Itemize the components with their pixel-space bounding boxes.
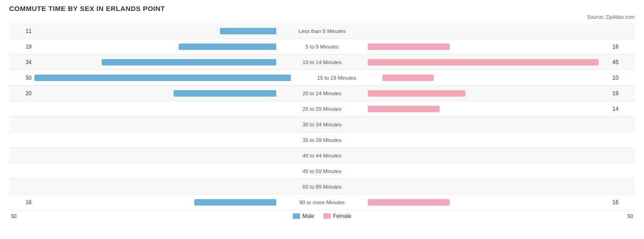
male-bar [220,28,276,34]
dual-bar-row: 20 to 24 Minutes [34,86,610,101]
right-value: 16 [610,43,635,50]
female-bar [368,90,465,97]
chart-row: 19 5 to 9 Minutes 16 [9,39,635,54]
dual-bar-row: 15 to 19 Minutes [34,70,610,85]
right-bar-section [368,132,610,147]
dual-bar-row: 90 or more Minutes [34,195,610,210]
left-bar-section [34,132,276,147]
dual-bar-row: 60 to 89 Minutes [34,179,610,194]
center-label-section: 10 to 14 Minutes [276,60,368,65]
chart-row: 34 10 to 14 Minutes 45 [9,54,635,70]
male-bar [34,75,291,81]
axis-left-label: 50 [11,213,16,219]
legend-items: Male Female [293,213,351,219]
female-label: Female [333,213,351,219]
female-bar [368,199,450,206]
left-bar-section [34,86,276,101]
left-bar-section [34,117,276,132]
right-value: 10 [610,75,635,81]
chart-row: 11 Less than 5 Minutes [9,23,635,39]
female-bar [368,106,440,112]
left-value: 16 [9,199,34,206]
right-bar-section [368,195,610,210]
female-bar [368,43,450,50]
chart-row: 20 20 to 24 Minutes 19 [9,86,635,101]
left-value: 50 [9,75,34,81]
left-value: 11 [9,28,34,34]
right-value: 19 [610,90,635,97]
center-label-section: 45 to 59 Minutes [276,168,368,174]
right-bar-section [368,163,610,179]
center-label-section: 25 to 29 Minutes [276,106,368,112]
left-bar-section [34,179,276,194]
dual-bar-row: 25 to 29 Minutes [34,101,610,116]
chart-title: COMMUTE TIME BY SEX IN ERLANDS POINT [9,5,635,12]
center-label-section: Less than 5 Minutes [276,28,368,34]
left-bar-section [34,163,276,179]
left-bar-section [34,148,276,163]
dual-bar-row: 5 to 9 Minutes [34,39,610,54]
male-bar [102,59,276,65]
chart-row: 60 to 89 Minutes [9,179,635,195]
female-bar [382,75,434,81]
center-label-section: 60 to 89 Minutes [276,184,368,190]
source-label: Source: ZipAtlas.com [9,14,635,20]
right-bar-section [368,23,610,38]
male-label: Male [302,213,314,219]
chart-row: 30 to 34 Minutes [9,117,635,132]
right-value: 45 [610,59,635,65]
dual-bar-row: Less than 5 Minutes [34,23,610,38]
dual-bar-row: 35 to 39 Minutes [34,132,610,147]
right-bar-section [368,117,610,132]
female-swatch [323,213,331,219]
dual-bar-row: 40 to 44 Minutes [34,148,610,163]
left-bar-section [34,70,291,85]
center-label-section: 35 to 39 Minutes [276,137,368,143]
male-bar [179,43,276,50]
left-value: 20 [9,90,34,97]
center-label-section: 40 to 44 Minutes [276,153,368,158]
right-bar-section [368,86,610,101]
chart-row: 45 to 59 Minutes [9,163,635,179]
chart-row: 16 90 or more Minutes 16 [9,195,635,210]
chart-container: 11 Less than 5 Minutes 19 5 to 9 Minutes [9,23,635,210]
legend-female: Female [323,213,351,219]
female-bar [368,59,599,65]
dual-bar-row: 10 to 14 Minutes [34,54,610,70]
chart-row: 25 to 29 Minutes 14 [9,101,635,117]
right-bar-section [368,179,610,194]
left-value: 19 [9,43,34,50]
axis-right-label: 50 [628,213,633,219]
left-bar-section [34,23,276,38]
chart-row: 35 to 39 Minutes [9,132,635,148]
dual-bar-row: 45 to 59 Minutes [34,163,610,179]
chart-row: 40 to 44 Minutes [9,148,635,163]
center-label-section: 5 to 9 Minutes [276,44,368,49]
right-value: 16 [610,199,635,206]
center-label-section: 15 to 19 Minutes [291,75,382,81]
left-bar-section [34,101,276,116]
right-bar-section [368,101,610,116]
male-bar [174,90,276,97]
right-bar-section [368,148,610,163]
right-bar-section [368,54,610,70]
right-bar-section [382,70,610,85]
male-bar [194,199,276,206]
center-label-section: 20 to 24 Minutes [276,91,368,96]
chart-row: 50 15 to 19 Minutes 10 [9,70,635,86]
male-swatch [293,213,300,219]
dual-bar-row: 30 to 34 Minutes [34,117,610,132]
legend-male: Male [293,213,314,219]
center-label-section: 30 to 34 Minutes [276,122,368,127]
left-bar-section [34,195,276,210]
right-bar-section [368,39,610,54]
center-label-section: 90 or more Minutes [276,200,368,205]
left-bar-section [34,39,276,54]
left-bar-section [34,54,276,70]
legend-area: 50 Male Female 50 [9,213,635,219]
right-value: 14 [610,106,635,112]
left-value: 34 [9,59,34,65]
